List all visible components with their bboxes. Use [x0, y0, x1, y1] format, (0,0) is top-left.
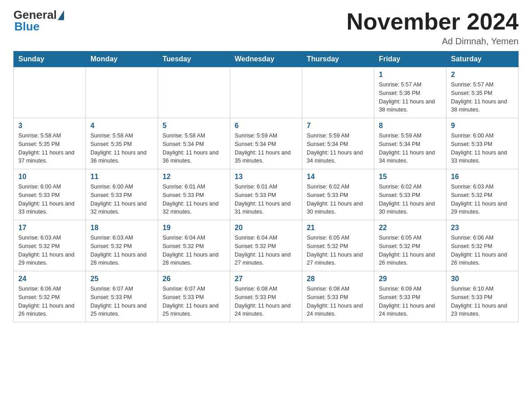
location-subtitle: Ad Dimnah, Yemen [347, 36, 519, 47]
day-number: 11 [90, 173, 153, 181]
calendar-cell: 16Sunrise: 6:03 AM Sunset: 5:32 PM Dayli… [446, 169, 519, 220]
calendar-cell [158, 67, 230, 118]
calendar-cell: 17Sunrise: 6:03 AM Sunset: 5:32 PM Dayli… [14, 220, 86, 271]
calendar-cell: 5Sunrise: 5:58 AM Sunset: 5:34 PM Daylig… [158, 118, 230, 169]
day-info: Sunrise: 6:07 AM Sunset: 5:33 PM Dayligh… [163, 285, 225, 318]
day-info: Sunrise: 5:59 AM Sunset: 5:34 PM Dayligh… [307, 132, 369, 165]
day-number: 21 [307, 224, 369, 232]
day-number: 27 [235, 275, 297, 283]
day-info: Sunrise: 6:01 AM Sunset: 5:33 PM Dayligh… [163, 183, 225, 216]
day-info: Sunrise: 5:57 AM Sunset: 5:35 PM Dayligh… [451, 81, 514, 114]
day-info: Sunrise: 5:58 AM Sunset: 5:35 PM Dayligh… [90, 132, 153, 165]
calendar-cell: 8Sunrise: 5:59 AM Sunset: 5:34 PM Daylig… [374, 118, 446, 169]
week-row-1: 1Sunrise: 5:57 AM Sunset: 5:36 PM Daylig… [14, 67, 519, 118]
day-number: 13 [235, 173, 297, 181]
day-info: Sunrise: 6:04 AM Sunset: 5:32 PM Dayligh… [235, 234, 297, 267]
calendar-cell: 9Sunrise: 6:00 AM Sunset: 5:33 PM Daylig… [446, 118, 519, 169]
day-number: 28 [307, 275, 369, 283]
calendar-cell [302, 67, 374, 118]
day-info: Sunrise: 6:06 AM Sunset: 5:32 PM Dayligh… [18, 285, 81, 318]
day-number: 23 [451, 224, 514, 232]
day-info: Sunrise: 6:06 AM Sunset: 5:32 PM Dayligh… [451, 234, 514, 267]
day-number: 1 [379, 71, 442, 79]
calendar-cell [86, 67, 158, 118]
calendar-cell: 24Sunrise: 6:06 AM Sunset: 5:32 PM Dayli… [14, 271, 86, 322]
calendar-cell: 25Sunrise: 6:07 AM Sunset: 5:33 PM Dayli… [86, 271, 158, 322]
logo-blue-text: Blue [14, 20, 39, 33]
calendar-cell: 22Sunrise: 6:05 AM Sunset: 5:32 PM Dayli… [374, 220, 446, 271]
calendar-cell: 10Sunrise: 6:00 AM Sunset: 5:33 PM Dayli… [14, 169, 86, 220]
calendar-cell: 29Sunrise: 6:09 AM Sunset: 5:33 PM Dayli… [374, 271, 446, 322]
calendar-cell: 23Sunrise: 6:06 AM Sunset: 5:32 PM Dayli… [446, 220, 519, 271]
day-info: Sunrise: 6:08 AM Sunset: 5:33 PM Dayligh… [235, 285, 297, 318]
title-section: November 2024 Ad Dimnah, Yemen [347, 9, 519, 47]
weekday-header-thursday: Thursday [302, 51, 374, 67]
calendar-cell: 14Sunrise: 6:02 AM Sunset: 5:33 PM Dayli… [302, 169, 374, 220]
month-title: November 2024 [347, 9, 519, 34]
page-header: General Blue November 2024 Ad Dimnah, Ye… [13, 9, 519, 47]
day-number: 14 [307, 173, 369, 181]
day-number: 8 [379, 122, 442, 130]
calendar-cell: 30Sunrise: 6:10 AM Sunset: 5:33 PM Dayli… [446, 271, 519, 322]
calendar-cell: 2Sunrise: 5:57 AM Sunset: 5:35 PM Daylig… [446, 67, 519, 118]
weekday-header-saturday: Saturday [446, 51, 519, 67]
day-number: 6 [235, 122, 297, 130]
calendar-cell: 21Sunrise: 6:05 AM Sunset: 5:32 PM Dayli… [302, 220, 374, 271]
logo: General Blue [13, 9, 64, 32]
day-number: 3 [18, 122, 81, 130]
day-info: Sunrise: 6:05 AM Sunset: 5:32 PM Dayligh… [379, 234, 442, 267]
day-info: Sunrise: 5:58 AM Sunset: 5:34 PM Dayligh… [163, 132, 225, 165]
day-info: Sunrise: 6:10 AM Sunset: 5:33 PM Dayligh… [451, 285, 514, 318]
calendar-cell: 18Sunrise: 6:03 AM Sunset: 5:32 PM Dayli… [86, 220, 158, 271]
calendar-cell: 27Sunrise: 6:08 AM Sunset: 5:33 PM Dayli… [230, 271, 302, 322]
weekday-header-monday: Monday [86, 51, 158, 67]
day-number: 10 [18, 173, 81, 181]
calendar-cell: 7Sunrise: 5:59 AM Sunset: 5:34 PM Daylig… [302, 118, 374, 169]
day-info: Sunrise: 5:57 AM Sunset: 5:36 PM Dayligh… [379, 81, 442, 114]
day-info: Sunrise: 6:05 AM Sunset: 5:32 PM Dayligh… [307, 234, 369, 267]
day-info: Sunrise: 6:03 AM Sunset: 5:32 PM Dayligh… [451, 183, 514, 216]
day-number: 30 [451, 275, 514, 283]
calendar-cell: 12Sunrise: 6:01 AM Sunset: 5:33 PM Dayli… [158, 169, 230, 220]
day-info: Sunrise: 6:04 AM Sunset: 5:32 PM Dayligh… [163, 234, 225, 267]
weekday-header-sunday: Sunday [14, 51, 86, 67]
calendar-cell: 3Sunrise: 5:58 AM Sunset: 5:35 PM Daylig… [14, 118, 86, 169]
day-number: 22 [379, 224, 442, 232]
logo-general-text: General [13, 9, 57, 21]
day-number: 24 [18, 275, 81, 283]
calendar-cell: 15Sunrise: 6:02 AM Sunset: 5:33 PM Dayli… [374, 169, 446, 220]
day-number: 18 [90, 224, 153, 232]
calendar-cell: 4Sunrise: 5:58 AM Sunset: 5:35 PM Daylig… [86, 118, 158, 169]
calendar-cell: 1Sunrise: 5:57 AM Sunset: 5:36 PM Daylig… [374, 67, 446, 118]
day-info: Sunrise: 6:03 AM Sunset: 5:32 PM Dayligh… [18, 234, 81, 267]
calendar-cell: 20Sunrise: 6:04 AM Sunset: 5:32 PM Dayli… [230, 220, 302, 271]
week-row-5: 24Sunrise: 6:06 AM Sunset: 5:32 PM Dayli… [14, 271, 519, 322]
day-info: Sunrise: 5:59 AM Sunset: 5:34 PM Dayligh… [235, 132, 297, 165]
day-info: Sunrise: 6:07 AM Sunset: 5:33 PM Dayligh… [90, 285, 153, 318]
day-info: Sunrise: 5:59 AM Sunset: 5:34 PM Dayligh… [379, 132, 442, 165]
calendar-cell: 13Sunrise: 6:01 AM Sunset: 5:33 PM Dayli… [230, 169, 302, 220]
day-info: Sunrise: 6:00 AM Sunset: 5:33 PM Dayligh… [18, 183, 81, 216]
day-info: Sunrise: 6:09 AM Sunset: 5:33 PM Dayligh… [379, 285, 442, 318]
day-number: 4 [90, 122, 153, 130]
logo-triangle-icon [58, 10, 64, 20]
day-number: 15 [379, 173, 442, 181]
weekday-header-friday: Friday [374, 51, 446, 67]
day-number: 29 [379, 275, 442, 283]
day-number: 16 [451, 173, 514, 181]
day-number: 20 [235, 224, 297, 232]
day-number: 7 [307, 122, 369, 130]
calendar-table: SundayMondayTuesdayWednesdayThursdayFrid… [13, 51, 519, 322]
day-info: Sunrise: 6:08 AM Sunset: 5:33 PM Dayligh… [307, 285, 369, 318]
day-info: Sunrise: 6:02 AM Sunset: 5:33 PM Dayligh… [379, 183, 442, 216]
calendar-cell [230, 67, 302, 118]
day-info: Sunrise: 6:00 AM Sunset: 5:33 PM Dayligh… [451, 132, 514, 165]
weekday-header-row: SundayMondayTuesdayWednesdayThursdayFrid… [14, 51, 519, 67]
day-number: 2 [451, 71, 514, 79]
calendar-cell: 28Sunrise: 6:08 AM Sunset: 5:33 PM Dayli… [302, 271, 374, 322]
calendar-cell: 11Sunrise: 6:00 AM Sunset: 5:33 PM Dayli… [86, 169, 158, 220]
week-row-3: 10Sunrise: 6:00 AM Sunset: 5:33 PM Dayli… [14, 169, 519, 220]
calendar-cell: 6Sunrise: 5:59 AM Sunset: 5:34 PM Daylig… [230, 118, 302, 169]
day-info: Sunrise: 6:00 AM Sunset: 5:33 PM Dayligh… [90, 183, 153, 216]
day-number: 17 [18, 224, 81, 232]
